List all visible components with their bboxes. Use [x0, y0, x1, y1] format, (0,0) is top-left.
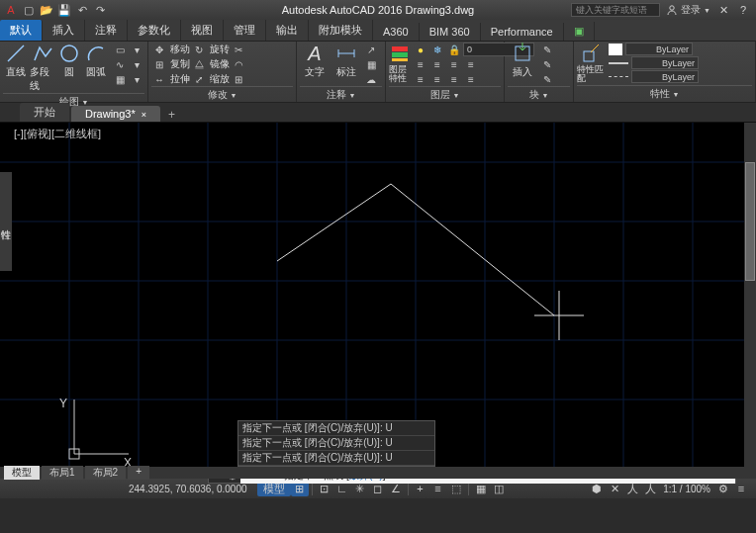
- svg-point-2: [61, 45, 77, 61]
- horizontal-scrollbar[interactable]: 模型 布局1 布局2 +: [0, 467, 744, 479]
- rotate-icon[interactable]: ↻: [191, 43, 207, 56]
- move-icon[interactable]: ✥: [151, 43, 167, 56]
- tab-view[interactable]: 视图: [181, 20, 224, 41]
- tab-overflow-icon[interactable]: ▣: [564, 22, 595, 41]
- layer-icon[interactable]: ≡: [413, 72, 428, 86]
- search-input[interactable]: 键入关键字或短语: [571, 3, 660, 17]
- close-icon[interactable]: ×: [142, 110, 146, 120]
- exchange-icon[interactable]: ✕: [716, 3, 730, 17]
- layer-icon[interactable]: ≡: [429, 72, 445, 86]
- sheet-model[interactable]: 模型: [4, 466, 40, 480]
- chevron-down-icon: ▼: [704, 7, 710, 14]
- panel-props: 特性匹配 ByLayer ByLayer ByLayer 特性▼: [574, 42, 756, 102]
- window-title: Autodesk AutoCAD 2016 Drawing3.dwg: [282, 4, 474, 16]
- fillet-icon[interactable]: ◠: [231, 57, 246, 71]
- circle-tool[interactable]: 圆: [56, 43, 81, 79]
- help-icon[interactable]: ?: [736, 3, 750, 17]
- scale-display[interactable]: 1:1 / 100%: [659, 484, 714, 494]
- view-label[interactable]: [-][俯视][二维线框]: [14, 127, 101, 141]
- rect-icon[interactable]: ▭: [112, 43, 128, 56]
- app-menu-icon[interactable]: A: [4, 3, 18, 17]
- save-icon[interactable]: 💾: [57, 3, 71, 17]
- layer-icon[interactable]: ≡: [463, 57, 479, 71]
- stretch-icon[interactable]: ↔: [151, 72, 167, 86]
- command-history: 指定下一点或 [闭合(C)/放弃(U)]: U 指定下一点或 [闭合(C)/放弃…: [237, 420, 435, 467]
- tab-bim360[interactable]: BIM 360: [420, 23, 481, 41]
- line-tool[interactable]: 直线: [3, 43, 28, 79]
- panel-layers: 图层特性 ●❄🔒0 ≡≡≡≡ ≡≡≡≡ 图层▼: [386, 42, 505, 102]
- chevron-down-icon[interactable]: ▼: [453, 92, 460, 99]
- more-icon[interactable]: ▾: [129, 43, 144, 56]
- arc-tool[interactable]: 圆弧: [83, 43, 108, 79]
- add-tab-icon[interactable]: +: [162, 108, 181, 122]
- color-select[interactable]: ByLayer: [625, 43, 693, 55]
- layer-icon[interactable]: ≡: [463, 72, 479, 86]
- tab-drawing[interactable]: Drawing3*×: [71, 106, 160, 122]
- layer-icon[interactable]: ≡: [413, 57, 428, 71]
- layer-icon[interactable]: ≡: [446, 57, 462, 71]
- tab-a360[interactable]: A360: [373, 23, 420, 41]
- tab-performance[interactable]: Performance: [481, 23, 564, 41]
- tab-insert[interactable]: 插入: [43, 20, 85, 41]
- tab-addins[interactable]: 附加模块: [309, 20, 373, 41]
- chevron-down-icon[interactable]: ▼: [231, 92, 237, 99]
- svg-rect-11: [584, 51, 594, 61]
- trim-icon[interactable]: ✂: [231, 43, 246, 56]
- more-icon[interactable]: ▾: [129, 72, 144, 86]
- freeze-icon[interactable]: ❄: [429, 43, 445, 56]
- vertical-scrollbar[interactable]: [744, 123, 756, 479]
- drawing-area[interactable]: Y X [-][俯视][二维线框] 特性 指定下一点或 [闭合(C)/放弃(U)…: [0, 123, 756, 479]
- panel-modify-title: 修改: [208, 88, 228, 102]
- attr-icon[interactable]: ✎: [539, 72, 555, 86]
- more-icon[interactable]: ▾: [129, 57, 144, 71]
- match-props-tool[interactable]: 特性匹配: [577, 43, 607, 83]
- spline-icon[interactable]: ∿: [112, 57, 128, 71]
- hatch-icon[interactable]: ▦: [112, 72, 128, 86]
- text-tool[interactable]: A文字: [300, 43, 330, 79]
- table-icon[interactable]: ▦: [363, 57, 379, 71]
- layer-icon[interactable]: ≡: [446, 72, 462, 86]
- add-sheet-icon[interactable]: +: [128, 466, 149, 480]
- panel-modify: ✥移动↻旋转✂ ⊞复制⧋镜像◠ ↔拉伸⤢缩放⊞ 修改▼: [148, 42, 297, 102]
- bulb-icon[interactable]: ●: [413, 43, 428, 56]
- layer-icon[interactable]: ≡: [429, 57, 445, 71]
- lock-icon[interactable]: 🔒: [446, 43, 462, 56]
- chevron-down-icon[interactable]: ▼: [673, 91, 680, 98]
- tab-manage[interactable]: 管理: [224, 20, 266, 41]
- open-icon[interactable]: 📂: [40, 3, 53, 17]
- login-button[interactable]: 登录 ▼: [666, 3, 710, 17]
- properties-palette-tab[interactable]: 特性: [0, 172, 12, 271]
- polyline-tool[interactable]: 多段线: [30, 43, 54, 93]
- edit-icon[interactable]: ✎: [539, 57, 555, 71]
- history-line: 指定下一点或 [闭合(C)/放弃(U)]: U: [238, 451, 434, 466]
- lineweight-select[interactable]: ByLayer: [631, 56, 699, 69]
- tab-parametric[interactable]: 参数化: [128, 20, 181, 41]
- copy-icon[interactable]: ⊞: [151, 57, 167, 71]
- new-icon[interactable]: ▢: [22, 3, 36, 17]
- user-icon: [666, 4, 678, 16]
- svg-point-0: [670, 6, 674, 10]
- chevron-down-icon[interactable]: ▼: [542, 92, 549, 99]
- linetype-select[interactable]: ByLayer: [631, 70, 699, 83]
- scrollbar-thumb[interactable]: [745, 162, 755, 281]
- tab-output[interactable]: 输出: [266, 20, 309, 41]
- sheet-layout1[interactable]: 布局1: [42, 466, 83, 480]
- insert-block-tool[interactable]: 插入: [508, 43, 537, 79]
- layer-props-tool[interactable]: 图层特性: [389, 43, 411, 83]
- undo-icon[interactable]: ↶: [75, 3, 89, 17]
- scale-icon[interactable]: ⤢: [191, 72, 207, 86]
- svg-rect-7: [392, 52, 408, 57]
- redo-icon[interactable]: ↷: [93, 3, 107, 17]
- create-icon[interactable]: ✎: [539, 43, 555, 56]
- chevron-down-icon[interactable]: ▼: [82, 99, 89, 106]
- cloud-icon[interactable]: ☁: [363, 72, 379, 86]
- chevron-down-icon[interactable]: ▼: [349, 92, 356, 99]
- tab-start[interactable]: 开始: [20, 103, 69, 122]
- sheet-layout2[interactable]: 布局2: [85, 466, 127, 480]
- array-icon[interactable]: ⊞: [231, 72, 246, 86]
- tab-default[interactable]: 默认: [0, 20, 43, 41]
- leader-icon[interactable]: ↗: [363, 43, 379, 56]
- tab-annotate[interactable]: 注释: [85, 20, 128, 41]
- dim-tool[interactable]: 标注: [331, 43, 361, 79]
- mirror-icon[interactable]: ⧋: [191, 57, 207, 71]
